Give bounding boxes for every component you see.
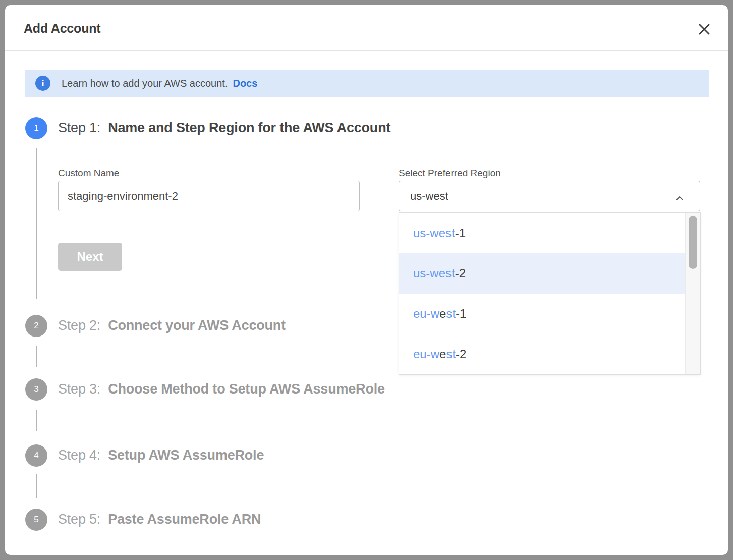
custom-name-input[interactable] bbox=[58, 181, 360, 211]
custom-name-label: Custom Name bbox=[58, 167, 119, 179]
dropdown-scrollbar-track[interactable] bbox=[685, 213, 700, 374]
step-5-heading: Step 5: Paste AssumeRole ARN bbox=[58, 512, 261, 527]
rail-step1-step2 bbox=[36, 148, 37, 299]
step-2-number: 2 bbox=[34, 321, 38, 331]
modal-title: Add Account bbox=[24, 21, 100, 36]
region-option-us-west-1[interactable]: us-west-1 bbox=[399, 213, 686, 253]
close-icon bbox=[698, 23, 711, 36]
step-2-heading: Step 2: Connect your AWS Account bbox=[58, 318, 286, 333]
step-5-circle: 5 bbox=[25, 509, 47, 531]
step-2-label: Step 2: bbox=[58, 318, 100, 333]
region-label: Select Preferred Region bbox=[399, 167, 501, 179]
step-4-label: Step 4: bbox=[58, 447, 100, 463]
chevron-up-icon bbox=[675, 194, 684, 202]
option-text: us-west-2 bbox=[413, 266, 466, 281]
rail-step3-step4 bbox=[36, 410, 37, 431]
step-4-circle: 4 bbox=[25, 444, 47, 467]
step-5-label: Step 5: bbox=[58, 512, 100, 527]
step-3-number: 3 bbox=[34, 384, 38, 395]
step-5-title: Paste AssumeRole ARN bbox=[108, 512, 261, 527]
region-combobox[interactable]: us-west bbox=[399, 181, 700, 211]
step-5-number: 5 bbox=[34, 515, 38, 525]
step-1-title: Name and Step Region for the AWS Account bbox=[108, 120, 390, 136]
step-4-number: 4 bbox=[34, 451, 38, 461]
option-text: eu-west-1 bbox=[413, 307, 466, 321]
banner-text: Learn how to add your AWS account. bbox=[62, 78, 228, 89]
region-value: us-west bbox=[410, 190, 448, 203]
option-text: us-west-1 bbox=[413, 226, 466, 240]
dropdown-scrollbar-thumb[interactable] bbox=[689, 216, 697, 269]
step-1-heading: Step 1: Name and Step Region for the AWS… bbox=[58, 120, 390, 136]
add-account-modal: Add Account i Learn how to add your AWS … bbox=[5, 5, 728, 555]
region-dropdown-panel: us-west-1 us-west-2 eu-west-1 eu-west-2 bbox=[399, 212, 701, 375]
step-4-title: Setup AWS AssumeRole bbox=[108, 447, 264, 463]
info-icon: i bbox=[35, 76, 50, 91]
step-3-title: Choose Method to Setup AWS AssumeRole bbox=[108, 381, 385, 397]
rail-step2-step3 bbox=[36, 346, 37, 367]
docs-link[interactable]: Docs bbox=[233, 78, 257, 89]
step-4-heading: Step 4: Setup AWS AssumeRole bbox=[58, 447, 264, 463]
info-banner: i Learn how to add your AWS account. Doc… bbox=[25, 70, 709, 97]
step-2-title: Connect your AWS Account bbox=[108, 318, 286, 333]
region-option-us-west-2[interactable]: us-west-2 bbox=[399, 253, 686, 294]
step-1-circle: 1 bbox=[25, 117, 47, 139]
close-button[interactable] bbox=[694, 19, 714, 39]
region-option-eu-west-2[interactable]: eu-west-2 bbox=[399, 334, 686, 374]
rail-step4-step5 bbox=[36, 474, 37, 498]
step-3-circle: 3 bbox=[25, 378, 47, 401]
region-option-eu-west-1[interactable]: eu-west-1 bbox=[399, 294, 686, 334]
next-button[interactable]: Next bbox=[58, 243, 122, 271]
step-1-number: 1 bbox=[34, 123, 38, 133]
step-3-label: Step 3: bbox=[58, 381, 100, 397]
step-3-heading: Step 3: Choose Method to Setup AWS Assum… bbox=[58, 381, 385, 397]
step-2-circle: 2 bbox=[25, 315, 47, 337]
header-divider bbox=[5, 50, 728, 51]
option-text: eu-west-2 bbox=[413, 347, 466, 361]
step-1-label: Step 1: bbox=[58, 120, 100, 136]
